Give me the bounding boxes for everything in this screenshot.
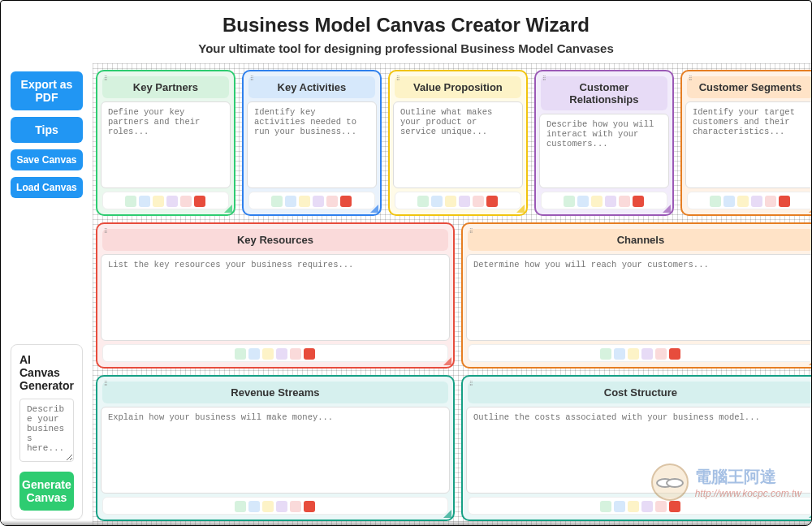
card-input-cost-structure[interactable] <box>466 407 812 494</box>
resize-handle-icon[interactable] <box>224 205 232 213</box>
ai-generator-title: AI Canvas Generator <box>19 353 74 392</box>
page-subtitle: Your ultimate tool for designing profess… <box>1 41 811 55</box>
card-key-resources[interactable]: ⣿ Key Resources <box>96 222 455 369</box>
card-title: Value Proposition <box>395 76 521 98</box>
canvas-row-bottom: ⣿ Revenue Streams ⣿ Cost Structure <box>96 375 812 521</box>
resize-handle-icon[interactable] <box>809 357 812 365</box>
color-swatches[interactable] <box>687 192 812 209</box>
drag-handle-icon[interactable]: ⣿ <box>469 227 472 233</box>
drag-handle-icon[interactable]: ⣿ <box>396 75 399 80</box>
card-input-key-partners[interactable] <box>101 101 231 188</box>
canvas-row-middle: ⣿ Key Resources ⣿ Channels <box>96 222 812 369</box>
drag-handle-icon[interactable]: ⣿ <box>469 380 472 386</box>
drag-handle-icon[interactable]: ⣿ <box>104 75 106 80</box>
card-key-partners[interactable]: ⣿ Key Partners <box>96 70 235 216</box>
color-swatches[interactable] <box>541 192 667 209</box>
card-title: Key Resources <box>102 229 448 251</box>
card-title: Revenue Streams <box>102 382 448 403</box>
canvas-area: ⣿ Key Partners ⣿ Key Activities ⣿ Value … <box>93 63 812 526</box>
card-input-customer-segments[interactable] <box>685 101 812 188</box>
drag-handle-icon[interactable]: ⣿ <box>689 75 691 80</box>
resize-handle-icon[interactable] <box>516 205 525 213</box>
card-value-proposition[interactable]: ⣿ Value Proposition <box>388 70 528 216</box>
card-customer-segments[interactable]: ⣿ Customer Segments <box>680 70 812 216</box>
ai-generator-input[interactable] <box>19 399 74 462</box>
resize-handle-icon[interactable] <box>809 205 812 213</box>
card-input-channels[interactable] <box>466 254 812 341</box>
color-swatches[interactable] <box>102 344 448 362</box>
card-input-value-proposition[interactable] <box>393 101 523 188</box>
card-title: Key Activities <box>248 76 375 98</box>
card-title: Key Partners <box>102 76 229 98</box>
card-input-revenue-streams[interactable] <box>101 407 450 494</box>
card-title: Channels <box>468 229 812 251</box>
ai-generator-panel: AI Canvas Generator Generate Canvas <box>11 344 83 520</box>
generate-canvas-button[interactable]: Generate Canvas <box>19 472 74 511</box>
card-cost-structure[interactable]: ⣿ Cost Structure <box>461 375 812 521</box>
drag-handle-icon[interactable]: ⣿ <box>542 75 545 80</box>
card-key-activities[interactable]: ⣿ Key Activities <box>242 70 382 216</box>
card-input-key-resources[interactable] <box>101 254 450 341</box>
card-title: Cost Structure <box>468 382 812 403</box>
resize-handle-icon[interactable] <box>663 205 671 213</box>
color-swatches[interactable] <box>468 497 812 515</box>
tips-button[interactable]: Tips <box>11 117 83 143</box>
color-swatches[interactable] <box>102 192 229 209</box>
card-channels[interactable]: ⣿ Channels <box>461 222 812 369</box>
card-input-key-activities[interactable] <box>247 101 377 188</box>
color-swatches[interactable] <box>248 192 375 209</box>
card-title: Customer Segments <box>687 76 812 98</box>
card-revenue-streams[interactable]: ⣿ Revenue Streams <box>96 375 455 521</box>
sidebar: Export as PDF Tips Save Canvas Load Canv… <box>1 63 93 526</box>
export-pdf-button[interactable]: Export as PDF <box>11 71 83 110</box>
save-canvas-button[interactable]: Save Canvas <box>11 149 83 170</box>
resize-handle-icon[interactable] <box>370 205 378 213</box>
card-title: Customer Relationships <box>541 76 667 110</box>
color-swatches[interactable] <box>395 192 521 209</box>
card-input-customer-relationships[interactable] <box>539 114 669 188</box>
canvas-row-top: ⣿ Key Partners ⣿ Key Activities ⣿ Value … <box>96 70 812 216</box>
color-swatches[interactable] <box>468 344 812 362</box>
load-canvas-button[interactable]: Load Canvas <box>11 177 83 198</box>
resize-handle-icon[interactable] <box>809 510 812 518</box>
drag-handle-icon[interactable]: ⣿ <box>250 75 253 80</box>
page-title: Business Model Canvas Creator Wizard <box>1 14 811 37</box>
resize-handle-icon[interactable] <box>443 357 451 365</box>
card-customer-relationships[interactable]: ⣿ Customer Relationships <box>534 70 674 216</box>
drag-handle-icon[interactable]: ⣿ <box>104 380 106 386</box>
color-swatches[interactable] <box>102 497 448 515</box>
resize-handle-icon[interactable] <box>443 510 451 518</box>
drag-handle-icon[interactable]: ⣿ <box>104 227 106 233</box>
